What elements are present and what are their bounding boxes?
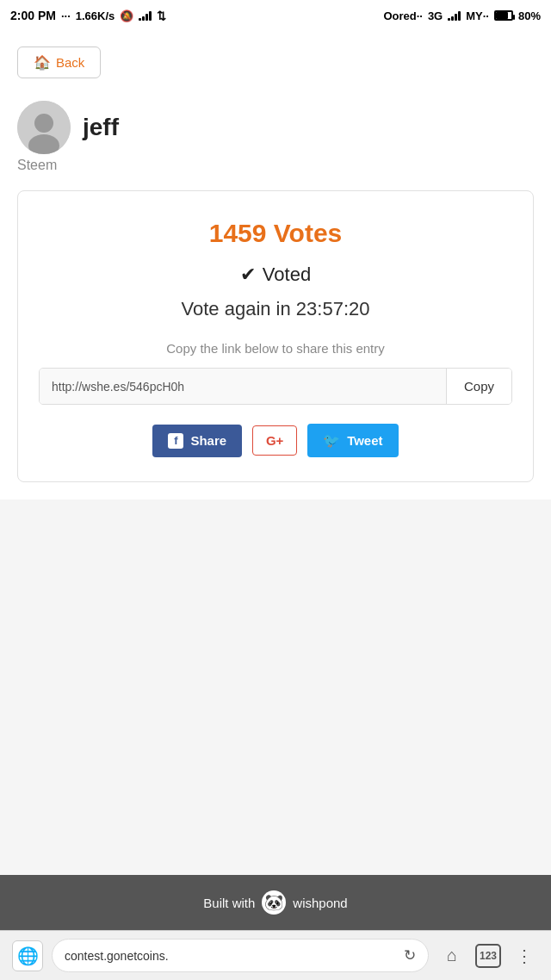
panda-icon: 🐼 [262, 890, 286, 915]
network-type: 3G [428, 9, 443, 22]
built-with-text: Built with [203, 896, 255, 910]
back-button[interactable]: 🏠 Back [17, 47, 101, 78]
avatar [17, 101, 71, 154]
platform-label: Steem [0, 158, 551, 190]
mute-icon: 🔕 [120, 9, 133, 22]
checkmark-icon: ✔ [240, 264, 256, 286]
refresh-icon[interactable]: ↻ [404, 946, 416, 964]
votes-card: 1459 Votes ✔ Voted Vote again in 23:57:2… [17, 190, 534, 482]
svg-point-1 [34, 114, 53, 133]
battery-percent: 80% [518, 9, 541, 22]
data-arrows-icon: ⇅ [157, 9, 166, 22]
back-button-label: Back [56, 55, 84, 70]
url-copy-box: Copy [39, 368, 512, 405]
signal-bars-2 [448, 10, 461, 21]
home-nav-button[interactable]: ⌂ [437, 941, 467, 971]
white-area: 🏠 Back jeff Steem 1459 Votes ✔ Voted [0, 31, 551, 499]
signal-bars-1 [139, 10, 152, 21]
footer-bar: Built with 🐼 wishpond [0, 875, 551, 930]
status-bar: 2:00 PM ··· 1.66K/s 🔕 ⇅ Oored·· 3G MY·· [0, 0, 551, 31]
voted-label: ✔ Voted [39, 264, 512, 286]
copy-prompt: Copy the link below to share this entry [39, 341, 512, 356]
status-ellipsis: ··· [61, 9, 71, 22]
nav-icons: ⌂ 123 ⋮ [437, 941, 539, 971]
user-section: jeff [0, 87, 551, 158]
content-spacer [0, 499, 551, 875]
battery-indicator [494, 10, 513, 21]
brand-name: wishpond [293, 896, 347, 910]
share-url-input[interactable] [40, 369, 446, 404]
twitter-share-button[interactable]: 🐦 Tweet [307, 424, 398, 457]
facebook-icon: f [168, 433, 183, 449]
globe-button[interactable]: 🌐 [12, 940, 43, 971]
tabs-button[interactable]: 123 [475, 944, 501, 968]
username: jeff [83, 114, 119, 141]
menu-button[interactable]: ⋮ [510, 941, 539, 971]
copy-button[interactable]: Copy [446, 369, 511, 404]
network-speed: 1.66K/s [76, 9, 115, 22]
back-btn-wrap: 🏠 Back [0, 31, 551, 87]
globe-icon: 🌐 [17, 946, 39, 966]
more-icon: ⋮ [516, 946, 533, 966]
twitter-share-label: Tweet [347, 433, 382, 448]
googleplus-share-button[interactable]: G+ [252, 425, 297, 456]
facebook-share-label: Share [190, 433, 226, 448]
tab-count: 123 [480, 950, 497, 962]
voted-text: Voted [263, 264, 311, 286]
carrier-name: Oored·· [383, 9, 423, 22]
url-bar-text: contest.gonetcoins. [65, 949, 169, 963]
page-wrapper: 2:00 PM ··· 1.66K/s 🔕 ⇅ Oored·· 3G MY·· [0, 0, 551, 980]
status-left: 2:00 PM ··· 1.66K/s 🔕 ⇅ [10, 9, 166, 22]
url-bar[interactable]: contest.gonetcoins. ↻ [52, 939, 429, 972]
home-nav-icon: ⌂ [447, 946, 457, 965]
status-right: Oored·· 3G MY·· 80% [383, 9, 541, 22]
bottom-nav: 🌐 contest.gonetcoins. ↻ ⌂ 123 ⋮ [0, 930, 551, 980]
twitter-icon: 🐦 [323, 432, 340, 449]
share-buttons: f Share G+ 🐦 Tweet [39, 424, 512, 457]
home-icon: 🏠 [34, 54, 51, 71]
status-time: 2:00 PM [10, 9, 56, 22]
carrier2-name: MY·· [466, 9, 489, 22]
googleplus-label: G+ [266, 433, 283, 448]
votes-count: 1459 Votes [39, 219, 512, 248]
vote-again-label: Vote again in 23:57:20 [39, 298, 512, 320]
facebook-share-button[interactable]: f Share [152, 425, 242, 457]
